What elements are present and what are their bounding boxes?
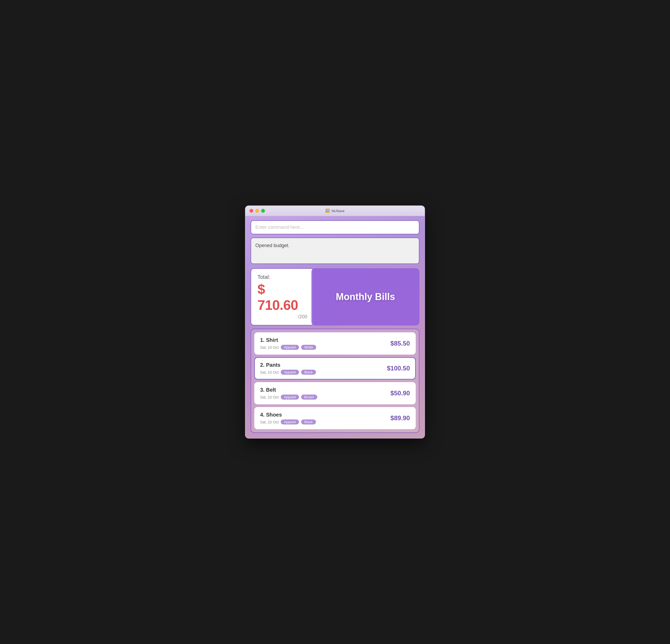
expense-amount: $50.90 (391, 390, 410, 397)
expense-meta: Sat, 10 OctApparelWhite (260, 345, 316, 350)
expense-amount: $100.50 (387, 365, 410, 372)
expense-tag: Apparel (281, 395, 299, 399)
expense-item[interactable]: 4. ShoesSat, 10 OctApparelBlack$89.90 (254, 407, 416, 429)
output-box: Opened budget. (251, 238, 419, 264)
budget-label: Monthly Bills (336, 291, 395, 302)
expense-item[interactable]: 3. BeltSat, 10 OctApparelBrown$50.90 (254, 382, 416, 404)
expense-tag: Black (301, 419, 316, 424)
expense-meta: Sat, 10 OctApparelBlack (260, 419, 316, 424)
expense-date: Sat, 10 Oct (260, 345, 279, 350)
expense-tag: Apparel (281, 419, 299, 424)
expense-item[interactable]: 2. PantsSat, 10 OctApparelBlack$100.50 (254, 357, 416, 380)
expense-list[interactable]: 1. ShirtSat, 10 OctApparelWhite$85.502. … (251, 329, 419, 433)
expense-name: 2. Pants (260, 362, 316, 368)
expense-meta: Sat, 10 OctApparelBrown (260, 395, 317, 399)
window-title: 🖼️ NUSave (325, 209, 344, 213)
expense-left: 4. ShoesSat, 10 OctApparelBlack (260, 412, 316, 424)
expense-date: Sat, 10 Oct (260, 420, 279, 424)
expense-item[interactable]: 1. ShirtSat, 10 OctApparelWhite$85.50 (254, 332, 416, 355)
total-limit: /200 (257, 314, 307, 320)
expense-name: 3. Belt (260, 387, 317, 393)
maximize-button[interactable] (261, 209, 265, 213)
main-content: Opened budget. Total: $ 710.60 /200 Mont… (245, 216, 425, 438)
expense-name: 4. Shoes (260, 412, 316, 418)
expense-name: 1. Shirt (260, 337, 316, 343)
expense-tag: Black (301, 370, 316, 375)
titlebar: 🖼️ NUSave (245, 206, 425, 216)
expense-left: 1. ShirtSat, 10 OctApparelWhite (260, 337, 316, 350)
app-window: 🖼️ NUSave Opened budget. Total: $ 710.60… (245, 206, 425, 438)
minimize-button[interactable] (255, 209, 259, 213)
budget-section: Total: $ 710.60 /200 Monthly Bills (251, 268, 419, 326)
expense-amount: $85.50 (391, 340, 410, 347)
output-text: Opened budget. (255, 243, 290, 248)
total-box: Total: $ 710.60 /200 (251, 268, 314, 326)
expense-left: 2. PantsSat, 10 OctApparelBlack (260, 362, 316, 375)
expense-tag: Apparel (281, 345, 299, 350)
command-input-container[interactable] (251, 220, 419, 234)
close-button[interactable] (250, 209, 253, 213)
traffic-lights (250, 209, 265, 213)
title-text: NUSave (332, 209, 344, 213)
total-label: Total: (257, 274, 307, 280)
expense-meta: Sat, 10 OctApparelBlack (260, 370, 316, 375)
expense-amount: $89.90 (391, 415, 410, 422)
budget-label-box: Monthly Bills (311, 268, 419, 326)
total-amount: $ 710.60 (257, 281, 307, 313)
command-input[interactable] (251, 221, 419, 234)
expense-tag: Brown (301, 395, 317, 399)
expense-left: 3. BeltSat, 10 OctApparelBrown (260, 387, 317, 399)
app-icon: 🖼️ (325, 209, 330, 213)
expense-tag: White (301, 345, 316, 350)
expense-tag: Apparel (281, 370, 299, 375)
expense-date: Sat, 10 Oct (260, 395, 279, 399)
expense-date: Sat, 10 Oct (260, 370, 279, 374)
